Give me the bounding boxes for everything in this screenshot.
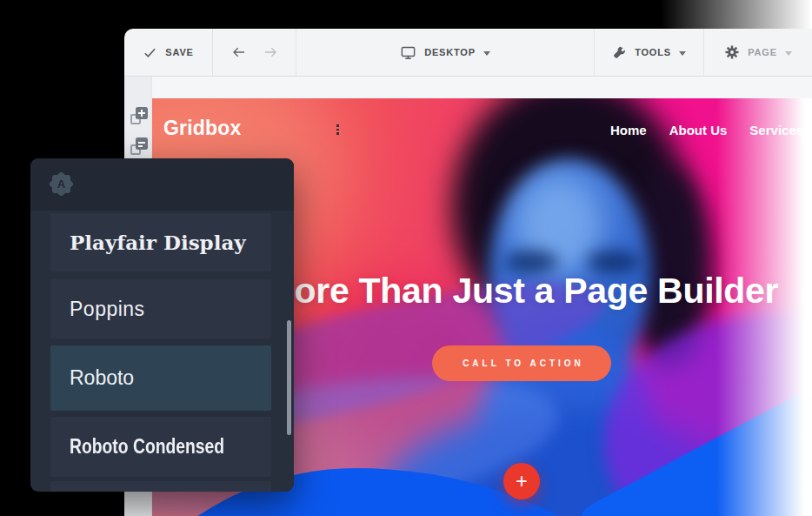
history-controls: [212, 29, 296, 76]
nav-item-services[interactable]: Services: [749, 123, 803, 137]
font-option-poppins[interactable]: Poppins: [50, 279, 271, 338]
wrench-icon: [612, 45, 627, 60]
nav-item-home[interactable]: Home: [610, 123, 647, 137]
tools-label: TOOLS: [635, 47, 671, 57]
font-option-partial[interactable]: [50, 481, 271, 492]
kebab-menu-icon[interactable]: [334, 122, 342, 137]
nav-item-about[interactable]: About Us: [669, 123, 728, 137]
canvas-top-strip: [152, 77, 812, 98]
font-picker-panel: A Playfair Display Poppins Roboto Roboto…: [30, 158, 294, 492]
font-option-label: Roboto: [70, 366, 134, 390]
site-logo[interactable]: Gridbox: [163, 117, 242, 140]
font-option-label: Playfair Display: [70, 231, 246, 254]
monitor-icon: [400, 44, 416, 61]
pages-list-icon[interactable]: [130, 137, 148, 155]
gear-icon: [724, 44, 740, 60]
chevron-down-icon: [785, 51, 792, 56]
font-option-playfair-display[interactable]: Playfair Display: [50, 213, 271, 271]
check-icon: [143, 45, 157, 60]
font-option-label: Poppins: [70, 298, 145, 321]
call-to-action-button[interactable]: CALL TO ACTION: [432, 345, 611, 381]
font-badge-letter: A: [50, 172, 73, 196]
panel-scrollbar[interactable]: [287, 320, 291, 435]
save-label: SAVE: [165, 47, 193, 57]
font-badge-icon: A: [50, 172, 73, 196]
save-button[interactable]: SAVE: [124, 29, 212, 76]
site-nav: Home About Us Services: [610, 123, 803, 137]
device-dropdown[interactable]: DESKTOP: [296, 29, 594, 76]
tools-dropdown[interactable]: TOOLS: [594, 29, 703, 76]
device-label: DESKTOP: [424, 47, 476, 57]
chevron-down-icon: [679, 51, 686, 56]
redo-arrow-icon[interactable]: [263, 45, 278, 59]
font-option-roboto-condensed[interactable]: Roboto Condensed: [50, 417, 271, 477]
page-label: PAGE: [748, 47, 777, 57]
font-option-label: Roboto Condensed: [70, 435, 224, 459]
undo-arrow-icon[interactable]: [231, 45, 247, 59]
add-page-icon[interactable]: [130, 107, 148, 124]
hero-headline: More Than Just a Page Builder: [265, 271, 779, 312]
page-sheet-filled: [136, 137, 148, 150]
page-dropdown[interactable]: PAGE: [703, 29, 812, 76]
builder-toolbar: SAVE DESKTOP TOOLS: [124, 29, 812, 77]
chevron-down-icon: [483, 51, 490, 56]
add-section-button[interactable]: +: [503, 463, 540, 499]
font-panel-header: A: [30, 158, 294, 211]
font-option-roboto-selected[interactable]: Roboto: [50, 345, 271, 411]
page-sheet-filled: [136, 107, 148, 119]
